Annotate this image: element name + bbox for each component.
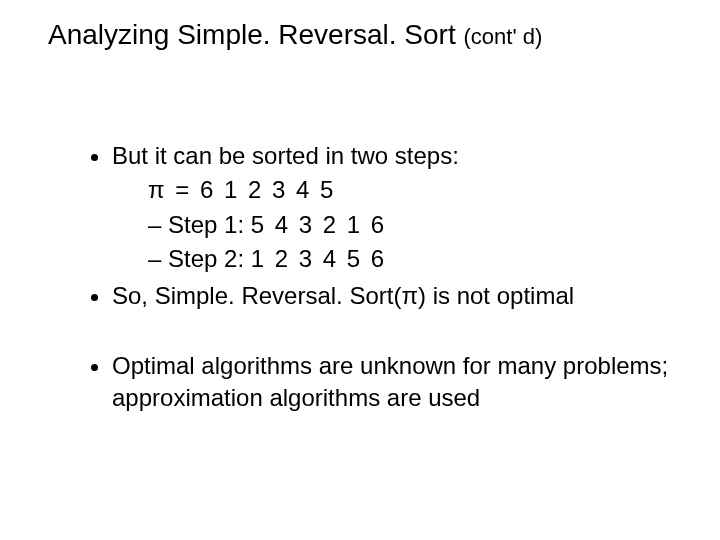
step-2-label: – Step 2: bbox=[148, 245, 251, 272]
step-2: – Step 2: 1 2 3 4 5 6 bbox=[112, 243, 720, 275]
bullet-3-text: Optimal algorithms are unknown for many … bbox=[112, 352, 668, 411]
title-cont: (cont' d) bbox=[464, 24, 543, 49]
bullet-2: So, Simple. Reversal. Sort(π) is not opt… bbox=[112, 280, 720, 312]
bullet-1: But it can be sorted in two steps: π = 6… bbox=[112, 140, 720, 276]
slide-content: But it can be sorted in two steps: π = 6… bbox=[88, 140, 720, 419]
bullet-list: But it can be sorted in two steps: π = 6… bbox=[88, 140, 720, 312]
slide-title: Analyzing Simple. Reversal. Sort (cont' … bbox=[48, 18, 542, 52]
pi-symbol: π bbox=[401, 282, 418, 309]
step-1-values: 5 4 3 2 1 6 bbox=[251, 211, 386, 238]
step-1-label: – Step 1: bbox=[148, 211, 251, 238]
step-2-values: 1 2 3 4 5 6 bbox=[251, 245, 386, 272]
bullet-1-text: But it can be sorted in two steps: bbox=[112, 142, 459, 169]
step-1: – Step 1: 5 4 3 2 1 6 bbox=[112, 209, 720, 241]
slide: Analyzing Simple. Reversal. Sort (cont' … bbox=[0, 0, 720, 540]
bullet-2-pre: So, Simple. Reversal. Sort( bbox=[112, 282, 401, 309]
spacer bbox=[88, 316, 720, 350]
bullet-list-2: Optimal algorithms are unknown for many … bbox=[88, 350, 720, 415]
bullet-3: Optimal algorithms are unknown for many … bbox=[112, 350, 720, 415]
bullet-2-post: ) is not optimal bbox=[418, 282, 574, 309]
pi-line: π = 6 1 2 3 4 5 bbox=[112, 174, 720, 206]
title-main: Analyzing Simple. Reversal. Sort bbox=[48, 19, 464, 50]
